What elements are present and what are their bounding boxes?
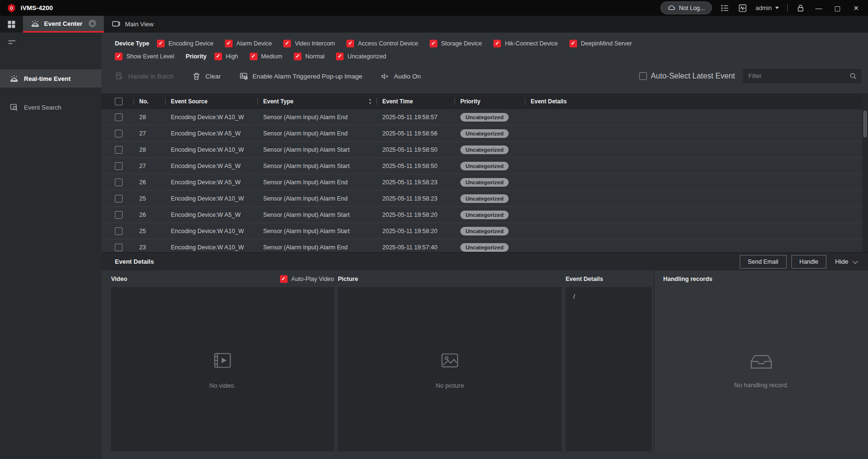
filter-checkbox[interactable]: ✓High <box>214 53 238 60</box>
filter-checkbox[interactable]: ✓Access Control Device <box>346 40 418 47</box>
tab-label: Event Center <box>44 20 82 27</box>
row-checkbox[interactable] <box>115 130 122 137</box>
event-table: No. Event Source Event Type ▲▼ Event Tim… <box>101 93 868 252</box>
filter-input[interactable] <box>743 69 861 83</box>
table-header: No. Event Source Event Type ▲▼ Event Tim… <box>101 93 868 109</box>
filter-checkbox[interactable]: ✓Normal <box>294 53 324 60</box>
event-no: 27 <box>134 125 165 141</box>
event-row[interactable]: 26 Encoding Device:W A5_W Sensor (Alarm … <box>101 174 868 190</box>
show-event-level-checkbox[interactable]: ✓ Show Event Level <box>115 53 174 60</box>
filter-checkbox[interactable]: ✓Alarm Device <box>225 40 272 47</box>
sidebar-item-label: Event Search <box>24 104 61 111</box>
column-header-event-time: Event Time <box>377 93 455 109</box>
auto-play-video-checkbox[interactable]: ✓ Auto-Play Video <box>280 275 334 283</box>
filter-checkbox[interactable]: ✓Video Intercom <box>283 40 335 47</box>
event-no: 28 <box>134 142 165 157</box>
collapse-menu-icon[interactable] <box>7 37 17 48</box>
app-title: iVMS-4200 <box>21 4 53 11</box>
event-row[interactable]: 28 Encoding Device:W A10_W Sensor (Alarm… <box>101 109 868 125</box>
system-monitor-icon[interactable] <box>738 3 747 13</box>
clear-button[interactable]: Clear <box>192 72 221 81</box>
event-details-section: Event Details Send Email Handle Hide Vid… <box>101 252 868 459</box>
event-row[interactable]: 26 Encoding Device:W A5_W Sensor (Alarm … <box>101 207 868 223</box>
event-row[interactable]: 23 Encoding Device:W A10_W Sensor (Alarm… <box>101 239 868 252</box>
column-header-event-source: Event Source <box>165 93 257 109</box>
search-icon[interactable] <box>849 72 857 80</box>
handle-batch-icon <box>115 72 124 81</box>
event-details-cell <box>525 239 868 252</box>
handle-in-batch-label: Handle in Batch <box>128 73 174 80</box>
tab-event-center[interactable]: Event Center ✕ <box>23 16 104 33</box>
column-header-event-type[interactable]: Event Type ▲▼ <box>257 93 377 109</box>
table-scrollbar[interactable] <box>862 93 868 252</box>
filter-checkbox[interactable]: ✓Uncategorized <box>336 53 386 60</box>
minimize-button[interactable]: — <box>813 3 824 13</box>
filter-checkbox[interactable]: ✓Encoding Device <box>157 40 213 47</box>
handle-in-batch-button[interactable]: Handle in Batch <box>115 72 174 81</box>
enable-popup-image-label: Enable Alarm Triggered Pop-up Image <box>253 73 363 80</box>
send-email-button[interactable]: Send Email <box>740 255 787 269</box>
checkbox-unchecked-icon <box>639 72 647 80</box>
filter-checkbox[interactable]: ✓Medium <box>250 53 282 60</box>
row-checkbox[interactable] <box>115 195 122 202</box>
event-row[interactable]: 25 Encoding Device:W A10_W Sensor (Alarm… <box>101 223 868 239</box>
apps-grid-button[interactable] <box>0 16 23 33</box>
event-time: 2025-05-11 19:58:20 <box>377 207 455 223</box>
event-type: Sensor (Alarm Input) Alarm Start <box>257 158 377 174</box>
filter-checkbox[interactable]: ✓DeepinMind Server <box>569 40 632 47</box>
user-menu[interactable]: admin <box>756 5 779 11</box>
titlebar: iVMS-4200 Not Log... admin <box>0 0 868 16</box>
checkbox-checked-icon: ✓ <box>280 275 288 283</box>
sort-arrows-icon[interactable]: ▲▼ <box>368 98 372 105</box>
event-source: Encoding Device:W A10_W <box>165 223 257 239</box>
event-no: 28 <box>134 109 165 125</box>
checkbox-checked-icon: ✓ <box>346 40 354 47</box>
row-checkbox[interactable] <box>115 227 122 235</box>
row-checkbox[interactable] <box>115 162 122 170</box>
filter-checkbox-label: Alarm Device <box>236 40 272 47</box>
event-no: 27 <box>134 158 165 174</box>
event-row[interactable]: 25 Encoding Device:W A10_W Sensor (Alarm… <box>101 190 868 207</box>
enable-popup-image-button[interactable]: Enable Alarm Triggered Pop-up Image <box>239 72 363 81</box>
filter-checkbox[interactable]: ✓Storage Device <box>430 40 482 47</box>
picture-panel-title: Picture <box>338 276 358 282</box>
handle-button[interactable]: Handle <box>791 255 827 269</box>
event-source: Encoding Device:W A10_W <box>165 190 257 206</box>
device-type-list: ✓Encoding Device✓Alarm Device✓Video Inte… <box>157 40 644 47</box>
chevron-down-icon <box>775 7 779 9</box>
maximize-button[interactable]: ▢ <box>832 3 843 13</box>
event-details-value: / <box>573 293 575 300</box>
event-row[interactable]: 27 Encoding Device:W A5_W Sensor (Alarm … <box>101 125 868 142</box>
row-checkbox[interactable] <box>115 179 122 186</box>
row-checkbox[interactable] <box>115 113 122 121</box>
tab-main-view[interactable]: Main View <box>104 16 161 33</box>
select-all-checkbox[interactable] <box>115 98 122 105</box>
event-no: 25 <box>134 190 165 206</box>
no-records-drawer-icon <box>749 350 774 371</box>
row-checkbox[interactable] <box>115 211 122 219</box>
lock-icon[interactable] <box>796 3 805 13</box>
close-button[interactable]: ✕ <box>851 3 861 13</box>
event-time: 2025-05-11 19:58:56 <box>377 125 455 141</box>
filter-checkbox[interactable]: ✓Hik-Connect Device <box>493 40 557 47</box>
audio-toggle-button[interactable]: Audio On <box>380 72 421 81</box>
sidebar-item-event-search[interactable]: Event Search <box>0 98 101 116</box>
auto-select-latest-checkbox[interactable]: Auto-Select Latest Event <box>639 72 735 80</box>
event-row[interactable]: 28 Encoding Device:W A10_W Sensor (Alarm… <box>101 142 868 158</box>
event-row[interactable]: 27 Encoding Device:W A5_W Sensor (Alarm … <box>101 158 868 174</box>
checkbox-checked-icon: ✓ <box>214 53 222 60</box>
device-type-label: Device Type <box>115 40 149 47</box>
task-list-icon[interactable] <box>720 3 730 13</box>
row-checkbox[interactable] <box>115 146 122 154</box>
event-details-cell <box>525 174 868 190</box>
priority-badge: Uncategorized <box>460 162 509 170</box>
sidebar-item-realtime-event[interactable]: Real-time Event <box>0 69 101 88</box>
checkbox-checked-icon: ✓ <box>569 40 577 47</box>
hide-button[interactable]: Hide <box>831 258 860 265</box>
tab-close-icon[interactable]: ✕ <box>89 20 96 27</box>
row-checkbox[interactable] <box>115 244 122 251</box>
table-body: 28 Encoding Device:W A10_W Sensor (Alarm… <box>101 109 868 252</box>
scrollbar-thumb[interactable] <box>863 111 867 137</box>
cloud-login-button[interactable]: Not Log... <box>660 1 712 14</box>
filter-search-box <box>743 69 861 83</box>
